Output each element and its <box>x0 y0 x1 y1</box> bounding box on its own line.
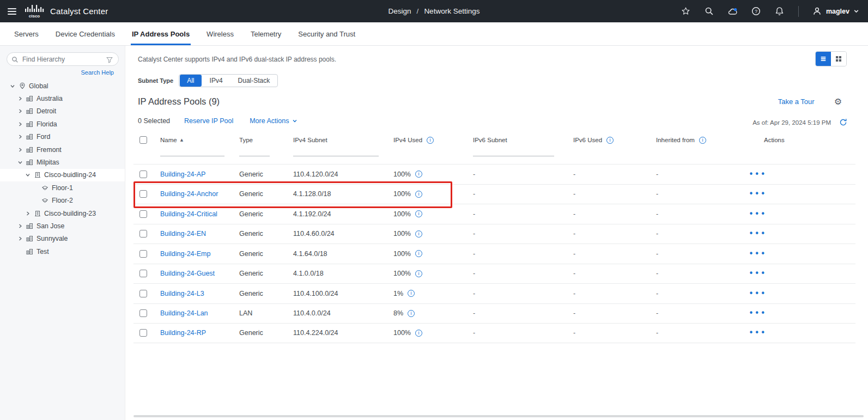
info-icon[interactable]: i <box>415 330 422 337</box>
pool-name-link[interactable]: Building-24-AP <box>160 171 205 178</box>
menu-icon[interactable] <box>1 0 23 22</box>
cloud-icon[interactable] <box>728 7 738 16</box>
pool-name-link[interactable]: Building-24-L3 <box>160 290 204 297</box>
tree-item-florida[interactable]: Florida <box>0 118 125 130</box>
chevron-right-icon[interactable] <box>16 109 24 113</box>
info-icon[interactable]: i <box>606 137 614 144</box>
row-actions-ellipsis-button[interactable]: ••• <box>749 251 767 257</box>
row-checkbox[interactable] <box>139 210 147 218</box>
help-icon[interactable]: ? <box>751 7 761 16</box>
info-icon[interactable]: i <box>415 250 422 257</box>
tab-security-and-trust[interactable]: Security and Trust <box>297 22 356 45</box>
row-checkbox[interactable] <box>139 171 147 178</box>
tree-item-cisco-building-23[interactable]: Cisco-building-23 <box>0 207 125 220</box>
row-actions-ellipsis-button[interactable]: ••• <box>749 231 767 236</box>
chevron-right-icon[interactable] <box>16 122 24 126</box>
row-actions-ellipsis-button[interactable]: ••• <box>749 330 767 336</box>
tree-item-cisco-buidling-24[interactable]: Cisco-buidling-24 <box>0 169 125 181</box>
row-checkbox[interactable] <box>139 230 147 238</box>
tree-item-milpitas[interactable]: Milpitas <box>0 156 125 168</box>
row-actions-ellipsis-button[interactable]: ••• <box>749 211 767 217</box>
chevron-down-icon[interactable] <box>9 84 16 88</box>
tree-item-floor-2[interactable]: Floor-2 <box>0 194 125 207</box>
chevron-down-icon[interactable] <box>16 160 24 165</box>
pool-name-link[interactable]: Building-24-Critical <box>160 210 217 218</box>
row-checkbox[interactable] <box>139 329 147 337</box>
table-settings-gear-icon[interactable]: ⚙ <box>834 98 842 106</box>
row-checkbox[interactable] <box>139 290 147 297</box>
refresh-icon[interactable] <box>839 118 847 126</box>
row-checkbox[interactable] <box>139 270 147 277</box>
chevron-right-icon[interactable] <box>16 96 24 101</box>
row-actions-ellipsis-button[interactable]: ••• <box>749 172 767 177</box>
column-header-inherited-from[interactable]: Inherited fromi <box>656 137 764 144</box>
info-icon[interactable]: i <box>415 230 422 238</box>
column-header-ipv6-subnet[interactable]: IPv6 Subnet <box>473 137 573 143</box>
pool-name-link[interactable]: Building-24-Lan <box>160 309 208 317</box>
user-menu[interactable]: maglev <box>812 7 859 16</box>
chevron-right-icon[interactable] <box>24 211 32 216</box>
chevron-right-icon[interactable] <box>16 148 24 152</box>
pool-name-link[interactable]: Building-24-RP <box>160 329 206 337</box>
tree-item-ford[interactable]: Ford <box>0 131 125 143</box>
breadcrumb-section[interactable]: Design <box>389 7 411 15</box>
filter-input-type[interactable] <box>239 156 270 156</box>
row-actions-ellipsis-button[interactable]: ••• <box>749 311 767 316</box>
tree-item-sunnyvale[interactable]: Sunnyvale <box>0 233 125 245</box>
filter-funnel-icon[interactable] <box>106 56 113 65</box>
grid-view-button[interactable] <box>831 52 846 66</box>
more-actions-button[interactable]: More Actions <box>250 117 298 125</box>
info-icon[interactable]: i <box>699 137 706 144</box>
info-icon[interactable]: i <box>408 290 415 297</box>
chevron-right-icon[interactable] <box>16 224 24 228</box>
filter-input-name[interactable] <box>160 156 224 156</box>
row-actions-ellipsis-button[interactable]: ••• <box>749 271 767 276</box>
tree-item-detroit[interactable]: Detroit <box>0 105 125 118</box>
notifications-bell-icon[interactable] <box>775 7 785 16</box>
column-header-ipv4-used[interactable]: IPv4 Usedi <box>393 137 473 144</box>
row-checkbox[interactable] <box>139 309 147 317</box>
horizontal-scrollbar[interactable] <box>133 415 864 417</box>
tree-item-fremont[interactable]: Fremont <box>0 143 125 156</box>
info-icon[interactable]: i <box>415 171 422 178</box>
info-icon[interactable]: i <box>415 210 422 217</box>
subnet-option-dual-stack[interactable]: Dual-Stack <box>230 75 278 87</box>
info-icon[interactable]: i <box>415 270 422 277</box>
filter-input-ipv6-subnet[interactable] <box>473 156 554 156</box>
info-icon[interactable]: i <box>427 137 434 144</box>
pool-name-link[interactable]: Building-24-Guest <box>160 270 215 277</box>
chevron-right-icon[interactable] <box>16 135 24 139</box>
column-header-ipv4-subnet[interactable]: IPv4 Subnet <box>293 137 393 143</box>
subnet-option-all[interactable]: All <box>180 75 201 87</box>
pool-name-link[interactable]: Building-24-Emp <box>160 250 210 258</box>
row-checkbox[interactable] <box>139 190 147 198</box>
tab-ip-address-pools[interactable]: IP Address Pools <box>131 22 191 45</box>
info-icon[interactable]: i <box>415 191 422 198</box>
pool-name-link[interactable]: Building-24-Anchor <box>160 190 218 198</box>
tab-servers[interactable]: Servers <box>13 22 40 45</box>
select-all-checkbox[interactable] <box>139 136 147 144</box>
tab-device-credentials[interactable]: Device Credentials <box>54 22 116 45</box>
info-icon[interactable]: i <box>408 310 415 317</box>
row-actions-ellipsis-button[interactable]: ••• <box>749 191 767 197</box>
column-header-actions[interactable]: Actions <box>764 137 855 143</box>
tab-telemetry[interactable]: Telemetry <box>250 22 282 45</box>
chevron-right-icon[interactable] <box>16 236 24 241</box>
tab-wireless[interactable]: Wireless <box>205 22 235 45</box>
column-header-name[interactable]: Name▲ <box>160 137 239 143</box>
favorites-star-icon[interactable] <box>681 7 691 16</box>
subnet-option-ipv4[interactable]: IPv4 <box>202 75 230 87</box>
column-header-type[interactable]: Type <box>239 137 293 143</box>
search-icon[interactable] <box>705 7 714 16</box>
take-a-tour-link[interactable]: Take a Tour <box>778 98 815 106</box>
pool-name-link[interactable]: Building-24-EN <box>160 230 206 238</box>
tree-item-australia[interactable]: Australia <box>0 92 125 105</box>
hierarchy-search-input[interactable] <box>7 52 119 66</box>
tree-item-test[interactable]: Test <box>0 245 125 258</box>
filter-input-ipv4-subnet[interactable] <box>293 156 379 156</box>
chevron-down-icon[interactable] <box>24 173 32 177</box>
reserve-ip-pool-button[interactable]: Reserve IP Pool <box>184 117 233 125</box>
tree-item-floor-1[interactable]: Floor-1 <box>0 181 125 194</box>
list-view-button[interactable] <box>816 52 831 66</box>
column-header-ipv6-used[interactable]: IPv6 Usedi <box>573 137 656 144</box>
